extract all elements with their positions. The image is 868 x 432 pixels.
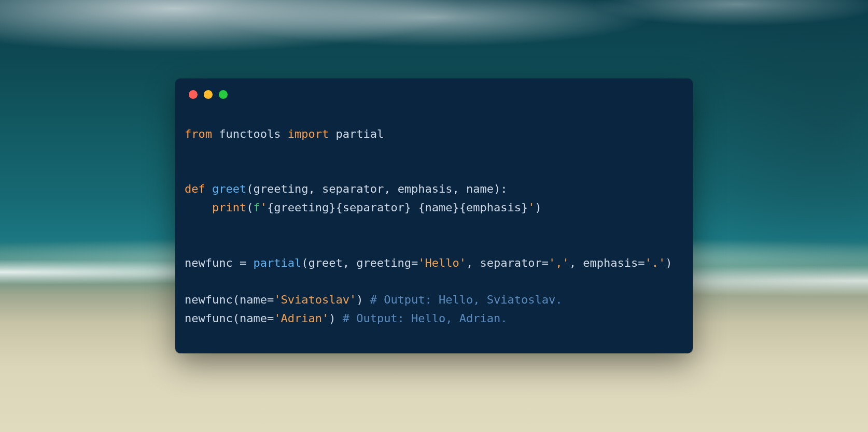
fstring-literal [411,201,418,214]
code-line-call-1: newfunc(name='Sviatoslav') # Output: Hel… [185,291,683,309]
function-signature: (greeting, separator, emphasis, name): [246,182,507,195]
string-literal: 'Hello' [418,256,466,269]
string-literal: ',' [549,256,569,269]
builtin-print: print [212,201,246,214]
blank-line [185,235,683,254]
string-literal: 'Adrian' [274,312,329,325]
code-line-print: print(f'{greeting}{separator} {name}{emp… [185,198,683,217]
call-partial: partial [253,256,301,269]
imported-name: partial [335,127,384,140]
close-icon[interactable] [189,90,198,99]
maximize-icon[interactable] [219,90,228,99]
module-name: functools [219,127,281,140]
keyword-import: import [288,127,329,140]
blank-line [185,217,683,236]
blank-line [185,162,683,180]
blank-line [185,143,683,162]
keyword-def: def [185,182,205,195]
fstring-prefix: f [253,201,260,214]
string-literal: '.' [645,256,665,269]
minimize-icon[interactable] [204,90,213,99]
fstring-expr: {separator} [335,201,411,214]
window-titlebar [175,79,693,104]
function-name: greet [212,182,246,195]
keyword-from: from [185,127,212,140]
fstring-expr: {greeting} [267,201,335,214]
comment: # Output: Hello, Sviatoslav. [370,293,563,306]
comment: # Output: Hello, Adrian. [343,312,508,325]
code-line-newfunc-assign: newfunc = partial(greet, greeting='Hello… [185,254,683,272]
code-window: from functools import partialdef greet(g… [175,79,693,354]
code-line-def: def greet(greeting, separator, emphasis,… [185,180,683,198]
string-literal: 'Sviatoslav' [274,293,356,306]
code-line-1: from functools import partial [185,125,683,143]
code-line-call-2: newfunc(name='Adrian') # Output: Hello, … [185,309,683,328]
blank-line [185,272,683,291]
code-area: from functools import partialdef greet(g… [175,104,693,338]
fstring-expr: {emphasis} [459,201,528,214]
fstring-expr: {name} [418,201,459,214]
